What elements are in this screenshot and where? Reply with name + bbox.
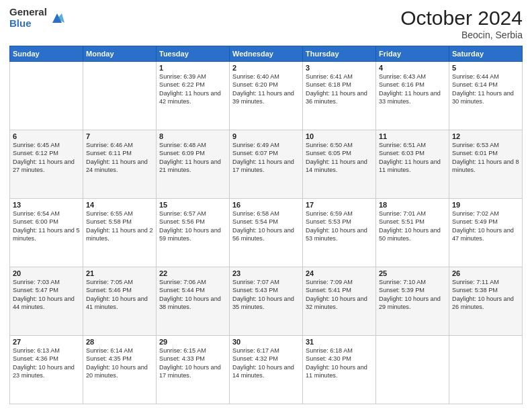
day-info: Sunrise: 6:54 AMSunset: 6:00 PMDaylight:…: [13, 210, 80, 243]
week-row-3: 13Sunrise: 6:54 AMSunset: 6:00 PMDayligh…: [10, 199, 523, 267]
calendar-cell: 4Sunrise: 6:43 AMSunset: 6:16 PMDaylight…: [376, 62, 449, 130]
day-info: Sunrise: 6:17 AMSunset: 4:32 PMDaylight:…: [232, 347, 300, 380]
day-info: Sunrise: 6:50 AMSunset: 6:05 PMDaylight:…: [306, 141, 373, 175]
day-info: Sunrise: 6:14 AMSunset: 4:35 PMDaylight:…: [86, 347, 153, 380]
calendar-cell: [83, 62, 157, 130]
day-number: 26: [452, 269, 519, 277]
header: General Blue October 2024 Beocin, Serbia: [9, 7, 523, 40]
day-info: Sunrise: 6:18 AMSunset: 4:30 PMDaylight:…: [306, 347, 373, 380]
calendar-cell: 7Sunrise: 6:46 AMSunset: 6:11 PMDaylight…: [83, 130, 157, 199]
day-number: 27: [13, 338, 80, 346]
calendar-cell: 5Sunrise: 6:44 AMSunset: 6:14 PMDaylight…: [449, 62, 523, 130]
weekday-header-row: SundayMondayTuesdayWednesdayThursdayFrid…: [10, 46, 523, 62]
calendar-cell: 22Sunrise: 7:06 AMSunset: 5:44 PMDayligh…: [157, 267, 230, 336]
day-number: 3: [306, 64, 373, 72]
calendar-cell: 9Sunrise: 6:49 AMSunset: 6:07 PMDaylight…: [230, 130, 303, 199]
day-info: Sunrise: 6:48 AMSunset: 6:09 PMDaylight:…: [159, 141, 226, 175]
day-info: Sunrise: 6:13 AMSunset: 4:36 PMDaylight:…: [13, 347, 80, 380]
day-info: Sunrise: 7:06 AMSunset: 5:44 PMDaylight:…: [159, 278, 226, 312]
day-info: Sunrise: 6:40 AMSunset: 6:20 PMDaylight:…: [232, 73, 300, 106]
week-row-4: 20Sunrise: 7:03 AMSunset: 5:47 PMDayligh…: [10, 267, 523, 336]
logo: General Blue: [9, 7, 64, 29]
calendar-cell: 24Sunrise: 7:09 AMSunset: 5:41 PMDayligh…: [303, 267, 376, 336]
day-number: 17: [306, 201, 373, 209]
weekday-header-thursday: Thursday: [303, 46, 376, 62]
day-number: 16: [232, 201, 300, 209]
calendar-cell: [376, 336, 449, 404]
calendar-cell: 28Sunrise: 6:14 AMSunset: 4:35 PMDayligh…: [83, 336, 157, 404]
day-number: 8: [159, 132, 226, 140]
calendar-cell: 20Sunrise: 7:03 AMSunset: 5:47 PMDayligh…: [10, 267, 83, 336]
day-number: 1: [159, 64, 226, 72]
logo-icon: [50, 11, 64, 26]
title-block: October 2024 Beocin, Serbia: [400, 7, 523, 40]
day-info: Sunrise: 6:43 AMSunset: 6:16 PMDaylight:…: [379, 73, 446, 106]
day-number: 21: [86, 269, 153, 277]
day-number: 9: [232, 132, 300, 140]
day-number: 30: [232, 338, 300, 346]
calendar-cell: 2Sunrise: 6:40 AMSunset: 6:20 PMDaylight…: [230, 62, 303, 130]
calendar-cell: [449, 336, 523, 404]
week-row-2: 6Sunrise: 6:45 AMSunset: 6:12 PMDaylight…: [10, 130, 523, 199]
day-info: Sunrise: 6:51 AMSunset: 6:03 PMDaylight:…: [379, 141, 446, 175]
calendar-cell: 14Sunrise: 6:55 AMSunset: 5:58 PMDayligh…: [83, 199, 157, 267]
day-info: Sunrise: 6:49 AMSunset: 6:07 PMDaylight:…: [232, 141, 300, 175]
day-number: 10: [306, 132, 373, 140]
day-number: 2: [232, 64, 300, 72]
day-number: 22: [159, 269, 226, 277]
calendar-cell: 31Sunrise: 6:18 AMSunset: 4:30 PMDayligh…: [303, 336, 376, 404]
day-info: Sunrise: 6:53 AMSunset: 6:01 PMDaylight:…: [452, 141, 519, 175]
calendar-cell: 10Sunrise: 6:50 AMSunset: 6:05 PMDayligh…: [303, 130, 376, 199]
calendar-cell: 16Sunrise: 6:58 AMSunset: 5:54 PMDayligh…: [230, 199, 303, 267]
month-title: October 2024: [400, 7, 523, 30]
day-info: Sunrise: 6:45 AMSunset: 6:12 PMDaylight:…: [13, 141, 80, 175]
calendar-cell: 12Sunrise: 6:53 AMSunset: 6:01 PMDayligh…: [449, 130, 523, 199]
day-info: Sunrise: 6:15 AMSunset: 4:33 PMDaylight:…: [159, 347, 226, 380]
day-number: 19: [452, 201, 519, 209]
day-info: Sunrise: 7:05 AMSunset: 5:46 PMDaylight:…: [86, 278, 153, 312]
day-number: 29: [159, 338, 226, 346]
week-row-5: 27Sunrise: 6:13 AMSunset: 4:36 PMDayligh…: [10, 336, 523, 404]
day-number: 31: [306, 338, 373, 346]
calendar-cell: 21Sunrise: 7:05 AMSunset: 5:46 PMDayligh…: [83, 267, 157, 336]
weekday-header-tuesday: Tuesday: [157, 46, 230, 62]
day-info: Sunrise: 7:10 AMSunset: 5:39 PMDaylight:…: [379, 278, 446, 312]
calendar-table: SundayMondayTuesdayWednesdayThursdayFrid…: [9, 46, 523, 404]
day-number: 20: [13, 269, 80, 277]
day-number: 14: [86, 201, 153, 209]
weekday-header-monday: Monday: [83, 46, 157, 62]
day-number: 23: [232, 269, 300, 277]
calendar-cell: 3Sunrise: 6:41 AMSunset: 6:18 PMDaylight…: [303, 62, 376, 130]
day-info: Sunrise: 6:58 AMSunset: 5:54 PMDaylight:…: [232, 210, 300, 243]
week-row-1: 1Sunrise: 6:39 AMSunset: 6:22 PMDaylight…: [10, 62, 523, 130]
calendar-cell: 30Sunrise: 6:17 AMSunset: 4:32 PMDayligh…: [230, 336, 303, 404]
day-info: Sunrise: 7:09 AMSunset: 5:41 PMDaylight:…: [306, 278, 373, 312]
day-info: Sunrise: 6:39 AMSunset: 6:22 PMDaylight:…: [159, 73, 226, 106]
calendar-cell: 8Sunrise: 6:48 AMSunset: 6:09 PMDaylight…: [157, 130, 230, 199]
day-info: Sunrise: 7:11 AMSunset: 5:38 PMDaylight:…: [452, 278, 519, 312]
calendar-cell: 1Sunrise: 6:39 AMSunset: 6:22 PMDaylight…: [157, 62, 230, 130]
day-number: 5: [452, 64, 519, 72]
day-info: Sunrise: 7:03 AMSunset: 5:47 PMDaylight:…: [13, 278, 80, 312]
day-number: 12: [452, 132, 519, 140]
calendar-cell: 19Sunrise: 7:02 AMSunset: 5:49 PMDayligh…: [449, 199, 523, 267]
day-info: Sunrise: 6:41 AMSunset: 6:18 PMDaylight:…: [306, 73, 373, 106]
location: Beocin, Serbia: [400, 30, 523, 40]
day-number: 11: [379, 132, 446, 140]
weekday-header-friday: Friday: [376, 46, 449, 62]
calendar-cell: 18Sunrise: 7:01 AMSunset: 5:51 PMDayligh…: [376, 199, 449, 267]
weekday-header-sunday: Sunday: [10, 46, 83, 62]
weekday-header-saturday: Saturday: [449, 46, 523, 62]
day-number: 7: [86, 132, 153, 140]
calendar-cell: 17Sunrise: 6:59 AMSunset: 5:53 PMDayligh…: [303, 199, 376, 267]
weekday-header-wednesday: Wednesday: [230, 46, 303, 62]
logo-general: General: [9, 7, 47, 18]
day-number: 24: [306, 269, 373, 277]
day-info: Sunrise: 6:57 AMSunset: 5:56 PMDaylight:…: [159, 210, 226, 243]
day-info: Sunrise: 6:44 AMSunset: 6:14 PMDaylight:…: [452, 73, 519, 106]
logo-blue: Blue: [9, 18, 47, 30]
calendar-cell: 13Sunrise: 6:54 AMSunset: 6:00 PMDayligh…: [10, 199, 83, 267]
day-info: Sunrise: 6:59 AMSunset: 5:53 PMDaylight:…: [306, 210, 373, 243]
day-number: 18: [379, 201, 446, 209]
day-number: 15: [159, 201, 226, 209]
